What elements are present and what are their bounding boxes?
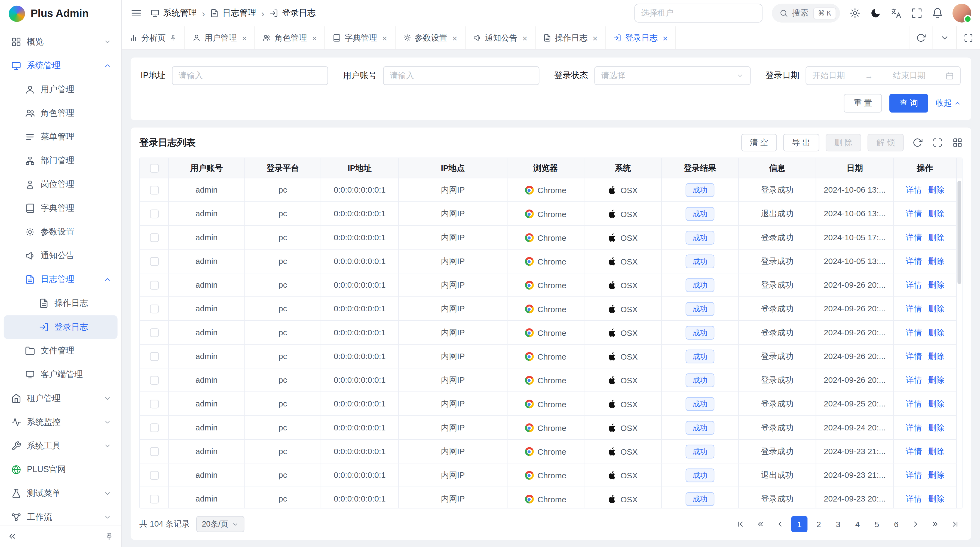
tenant-select-input[interactable]: 选择租户 <box>634 4 762 22</box>
delete-link[interactable]: 删除 <box>928 493 944 504</box>
delete-link[interactable]: 删除 <box>928 279 944 290</box>
sidebar-item-plus-website[interactable]: PLUS官网 <box>4 458 118 482</box>
sidebar-item-menu-mgmt[interactable]: 菜单管理 <box>4 125 118 149</box>
sidebar-item-log-mgmt[interactable]: 日志管理 <box>4 268 118 292</box>
page-button-6[interactable]: 6 <box>888 516 905 532</box>
jump-forward-button[interactable] <box>927 516 943 532</box>
delete-button[interactable]: 删 除 <box>826 134 861 151</box>
jump-back-button[interactable] <box>752 516 769 532</box>
sidebar-item-system-mgmt[interactable]: 系统管理 <box>4 54 118 77</box>
sidebar-item-test-menu[interactable]: 测试菜单 <box>4 482 118 506</box>
sidebar-item-param-settings[interactable]: 参数设置 <box>4 220 118 244</box>
delete-link[interactable]: 删除 <box>928 351 944 362</box>
last-page-button[interactable] <box>946 516 963 532</box>
reset-button[interactable]: 重 置 <box>844 94 882 113</box>
detail-link[interactable]: 详情 <box>906 446 922 457</box>
breadcrumb-item-system-mgmt[interactable]: 系统管理 <box>151 8 197 19</box>
row-checkbox[interactable] <box>150 352 158 361</box>
row-checkbox[interactable] <box>150 495 158 504</box>
row-checkbox[interactable] <box>150 329 158 337</box>
row-checkbox[interactable] <box>150 210 158 218</box>
refresh-page-icon[interactable] <box>916 33 926 43</box>
sidebar-collapse-icon[interactable] <box>8 532 17 541</box>
notifications-icon[interactable] <box>932 8 943 19</box>
sidebar-item-system-monitor[interactable]: 系统监控 <box>4 410 118 434</box>
sidebar-item-login-log[interactable]: 登录日志 <box>4 315 118 339</box>
detail-link[interactable]: 详情 <box>906 279 922 290</box>
delete-link[interactable]: 删除 <box>928 398 944 409</box>
tab-close-icon[interactable]: × <box>522 33 528 42</box>
detail-link[interactable]: 详情 <box>906 351 922 362</box>
row-checkbox[interactable] <box>150 447 158 456</box>
row-checkbox[interactable] <box>150 257 158 266</box>
unlock-button[interactable]: 解 锁 <box>868 134 904 151</box>
export-button[interactable]: 导 出 <box>783 134 819 151</box>
detail-link[interactable]: 详情 <box>906 422 922 433</box>
table-fullscreen-icon[interactable] <box>932 137 943 148</box>
row-checkbox[interactable] <box>150 424 158 432</box>
settings-icon[interactable] <box>850 8 861 19</box>
detail-link[interactable]: 详情 <box>906 303 922 314</box>
row-checkbox[interactable] <box>150 376 158 384</box>
filter-input-ip-address[interactable]: 请输入 <box>172 66 328 85</box>
row-checkbox[interactable] <box>150 400 158 408</box>
filter-input-user-account[interactable]: 请输入 <box>383 66 539 85</box>
prev-page-button[interactable] <box>772 516 788 532</box>
refresh-table-icon[interactable] <box>913 137 923 148</box>
dark-mode-icon[interactable] <box>870 8 881 19</box>
select-all-checkbox[interactable] <box>150 164 158 173</box>
tab-close-icon[interactable]: × <box>592 33 598 42</box>
tab-login-log[interactable]: 登录日志× <box>606 26 676 49</box>
first-page-button[interactable] <box>733 516 749 532</box>
pin-sidebar-icon[interactable] <box>104 532 113 541</box>
sidebar-item-overview[interactable]: 概览 <box>4 30 118 54</box>
tab-notice[interactable]: 通知公告× <box>466 26 536 49</box>
sidebar-item-tenant-mgmt[interactable]: 租户管理 <box>4 386 118 410</box>
sidebar-item-file-mgmt[interactable]: 文件管理 <box>4 339 118 363</box>
tab-options-icon[interactable] <box>940 33 949 43</box>
user-avatar[interactable] <box>953 4 971 22</box>
detail-link[interactable]: 详情 <box>906 327 922 338</box>
sidebar-item-dept-mgmt[interactable]: 部门管理 <box>4 149 118 172</box>
breadcrumb-item-login-log[interactable]: 登录日志 <box>269 8 316 19</box>
delete-link[interactable]: 删除 <box>928 327 944 338</box>
app-logo[interactable]: Plus Admin <box>0 0 121 27</box>
content-fullscreen-icon[interactable] <box>964 33 973 43</box>
sidebar-item-client-mgmt[interactable]: 客户端管理 <box>4 363 118 386</box>
tab-close-icon[interactable]: × <box>242 33 247 42</box>
detail-link[interactable]: 详情 <box>906 255 922 267</box>
tab-close-icon[interactable]: × <box>312 33 317 42</box>
page-button-3[interactable]: 3 <box>830 516 846 532</box>
row-checkbox[interactable] <box>150 471 158 480</box>
delete-link[interactable]: 删除 <box>928 255 944 267</box>
tab-close-icon[interactable]: × <box>382 33 387 42</box>
clear-button[interactable]: 清 空 <box>741 134 777 151</box>
page-button-5[interactable]: 5 <box>869 516 885 532</box>
column-settings-icon[interactable] <box>953 137 963 148</box>
tab-close-icon[interactable]: × <box>663 33 668 42</box>
breadcrumb-item-log-mgmt[interactable]: 日志管理 <box>210 8 256 19</box>
row-checkbox[interactable] <box>150 281 158 290</box>
detail-link[interactable]: 详情 <box>906 493 922 504</box>
page-button-2[interactable]: 2 <box>811 516 827 532</box>
query-button[interactable]: 查 询 <box>889 94 928 113</box>
delete-link[interactable]: 删除 <box>928 422 944 433</box>
row-checkbox[interactable] <box>150 186 158 195</box>
fullscreen-icon[interactable] <box>911 8 922 19</box>
filter-daterange-login-date[interactable]: 开始日期→结束日期 <box>805 66 960 85</box>
row-checkbox[interactable] <box>150 233 158 242</box>
page-size-select[interactable]: 20条/页 <box>196 516 245 532</box>
collapse-filters-link[interactable]: 收起 <box>935 97 961 109</box>
tab-user-mgmt[interactable]: 用户管理× <box>185 26 255 49</box>
delete-link[interactable]: 删除 <box>928 446 944 457</box>
tab-role-mgmt[interactable]: 角色管理× <box>255 26 325 49</box>
tab-close-icon[interactable]: × <box>452 33 457 42</box>
sidebar-item-post-mgmt[interactable]: 岗位管理 <box>4 173 118 196</box>
delete-link[interactable]: 删除 <box>928 184 944 195</box>
detail-link[interactable]: 详情 <box>906 374 922 386</box>
delete-link[interactable]: 删除 <box>928 374 944 386</box>
sidebar-item-role-mgmt[interactable]: 角色管理 <box>4 101 118 125</box>
language-icon[interactable] <box>891 8 902 19</box>
sidebar-toggle-icon[interactable] <box>130 8 142 19</box>
next-page-button[interactable] <box>908 516 924 532</box>
